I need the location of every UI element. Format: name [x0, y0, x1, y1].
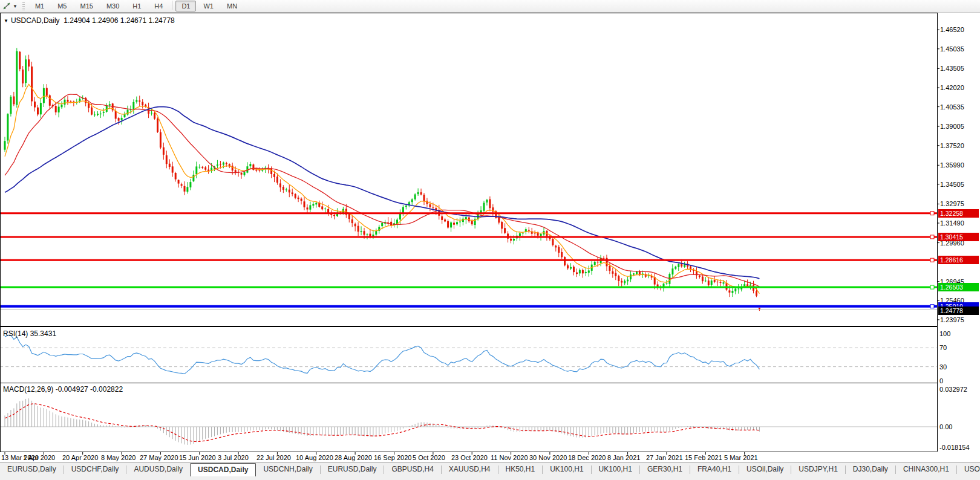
price-axis-label: 1.35990 — [940, 161, 964, 169]
cursor-tool-dropdown-icon[interactable]: ▼ — [13, 4, 18, 9]
hline-price-tag[interactable]: 1.30415 — [938, 233, 979, 241]
chart-tab-6[interactable]: GBPUSD,H4 — [384, 463, 440, 476]
macd-label: MACD(12,26,9) -0.004927 -0.002822 — [3, 385, 123, 394]
macd-axis-label: 0.032972 — [939, 386, 967, 393]
price-axis-label: 1.37520 — [940, 142, 964, 149]
collapse-triangle-icon[interactable]: ▼ — [4, 18, 8, 24]
date-axis-label: 27 Jan 2021 — [646, 454, 683, 461]
chart-tab-9[interactable]: UK100,H1 — [543, 463, 590, 476]
toolbar-grip[interactable] — [22, 2, 25, 10]
chart-tab-10[interactable]: UK100,H1 — [592, 463, 639, 476]
chart-tab-14[interactable]: USDJPY,H1 — [791, 463, 844, 476]
timeframe-button-h4[interactable]: H4 — [148, 1, 169, 11]
chart-tab-16[interactable]: CHINA300,H1 — [896, 463, 956, 476]
date-axis-label: 8 Jan 2021 — [607, 454, 640, 461]
chart-tabs: EURUSD,DailyUSDCHF,DailyAUDUSD,DailyUSDC… — [0, 463, 980, 476]
chart-tab-15[interactable]: DJ30,Daily — [846, 463, 895, 476]
date-axis-label: 18 Dec 2020 — [568, 454, 606, 461]
date-axis-label: 5 Oct 2020 — [413, 454, 445, 461]
hline-price-tag[interactable]: 1.28616 — [938, 256, 979, 264]
date-axis-label: 30 Nov 2020 — [529, 454, 567, 461]
chart-tab-1[interactable]: USDCHF,Daily — [64, 463, 126, 476]
chart-tab-2[interactable]: AUDUSD,Daily — [126, 463, 190, 476]
date-axis-label: 23 Oct 2020 — [451, 454, 488, 461]
date-axis-label: 27 May 2020 — [140, 454, 178, 461]
date-axis-label: 11 Nov 2020 — [491, 454, 528, 461]
price-axis-label: 1.45035 — [940, 45, 964, 53]
timeframe-button-m15[interactable]: M15 — [74, 1, 99, 11]
rsi-axis-label: 30 — [939, 363, 947, 371]
timeframe-button-m5[interactable]: M5 — [51, 1, 73, 11]
chart-tab-17[interactable]: USOil, — [957, 463, 980, 476]
chart-tab-4[interactable]: USDCNH,Daily — [256, 463, 319, 476]
price-axis-label: 1.23975 — [940, 316, 964, 323]
cursor-tool-icon[interactable] — [2, 2, 12, 10]
chart-ohlc-values: 1.24904 1.24906 1.24671 1.24778 — [64, 16, 175, 25]
current-price-tag: 1.24778 — [938, 306, 979, 315]
chart-symbol-label: USDCAD,Daily — [11, 16, 60, 25]
price-axis-label: 1.34505 — [940, 181, 964, 188]
chart-tab-8[interactable]: HK50,H1 — [498, 463, 543, 476]
chart-window: ▼USDCAD,Daily 1.24904 1.24906 1.24671 1.… — [0, 13, 980, 462]
price-axis-label: 1.31490 — [940, 219, 964, 227]
rsi-axis-label: 0 — [939, 377, 943, 384]
hline-price-tag[interactable]: 1.32258 — [938, 209, 979, 218]
hline-price-tag[interactable]: 1.26503 — [938, 283, 979, 291]
price-axis-label: 1.39005 — [940, 123, 964, 130]
date-axis-label: 28 Aug 2020 — [335, 454, 372, 461]
date-axis-label: 16 Sep 2020 — [374, 454, 411, 461]
date-axis-label: 5 Mar 2021 — [724, 454, 758, 461]
timeframe-button-d1[interactable]: D1 — [175, 1, 196, 11]
date-axis-label: 15 Feb 2021 — [685, 454, 722, 461]
chart-tab-3[interactable]: USDCAD,Daily — [190, 463, 256, 476]
price-axis-label: 1.43505 — [940, 65, 964, 72]
date-axis-label: 8 May 2020 — [101, 454, 136, 461]
chart-tab-7[interactable]: XAUUSD,H4 — [442, 463, 498, 476]
chart-tab-12[interactable]: FRA40,H1 — [690, 463, 739, 476]
top-toolbar: ▼ M1M5M15M30H1H4D1W1MN — [0, 0, 980, 13]
date-axis-label: 1 Apr 2020 — [23, 454, 55, 461]
chart-tab-bar: EURUSD,DailyUSDCHF,DailyAUDUSD,DailyUSDC… — [0, 462, 980, 476]
timeframe-button-mn[interactable]: MN — [221, 1, 243, 11]
chart-title: ▼USDCAD,Daily 1.24904 1.24906 1.24671 1.… — [4, 16, 175, 25]
chart-tab-5[interactable]: EURUSD,Daily — [321, 463, 384, 476]
date-axis-label: 22 Jul 2020 — [256, 454, 291, 461]
price-axis-label: 1.32975 — [940, 200, 964, 207]
timeframe-button-m1[interactable]: M1 — [29, 1, 50, 11]
macd-axis-label: 0.00 — [939, 423, 952, 430]
date-axis-label: 15 Jun 2020 — [179, 454, 216, 461]
date-axis-label: 3 Jul 2020 — [218, 454, 249, 461]
timeframe-button-h1[interactable]: H1 — [126, 1, 147, 11]
macd-axis-label: -0.018154 — [939, 444, 970, 451]
price-axis-label: 1.46520 — [940, 26, 964, 33]
chart-tab-13[interactable]: USOil,Daily — [739, 463, 791, 476]
toolbar-separator — [172, 1, 172, 10]
chart-canvas[interactable] — [0, 13, 980, 462]
timeframe-button-w1[interactable]: W1 — [197, 1, 220, 11]
price-axis-label: 1.40535 — [940, 103, 964, 111]
rsi-label: RSI(14) 35.3431 — [3, 329, 56, 338]
timeframe-button-m30[interactable]: M30 — [100, 1, 125, 11]
chart-tab-11[interactable]: GER30,H1 — [640, 463, 690, 476]
rsi-axis-label: 100 — [939, 330, 950, 337]
chart-tab-0[interactable]: EURUSD,Daily — [0, 463, 64, 476]
date-axis-label: 20 Apr 2020 — [62, 454, 98, 461]
rsi-axis-label: 70 — [939, 344, 947, 351]
date-axis-label: 10 Aug 2020 — [296, 454, 333, 461]
timeframe-buttons: M1M5M15M30H1H4D1W1MN — [28, 1, 244, 11]
price-axis-label: 1.42020 — [940, 84, 964, 91]
